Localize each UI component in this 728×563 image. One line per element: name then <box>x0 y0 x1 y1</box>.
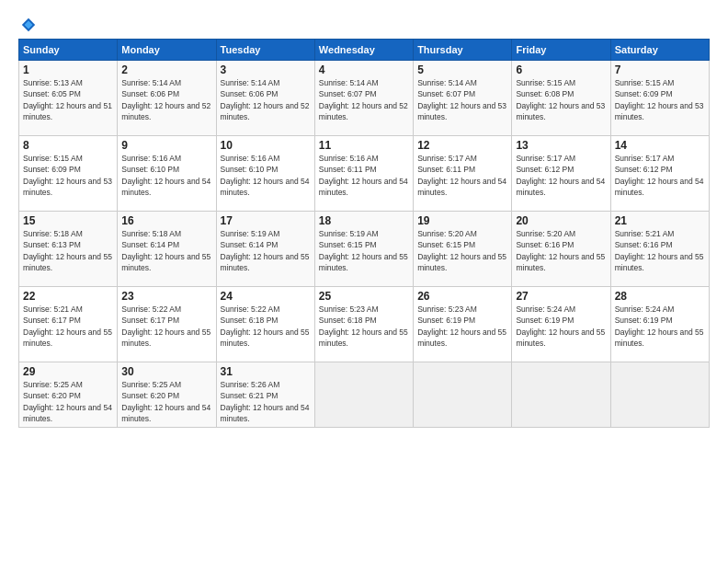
day-cell-6: 6 Sunrise: 5:15 AMSunset: 6:08 PMDayligh… <box>512 61 610 136</box>
day-detail: Sunrise: 5:16 AMSunset: 6:11 PMDaylight:… <box>319 153 409 198</box>
day-detail: Sunrise: 5:15 AMSunset: 6:08 PMDaylight:… <box>516 77 606 122</box>
day-number: 6 <box>516 63 606 76</box>
day-cell-17: 17 Sunrise: 5:19 AMSunset: 6:14 PMDaylig… <box>216 212 314 287</box>
day-cell-25: 25 Sunrise: 5:23 AMSunset: 6:18 PMDaylig… <box>314 287 413 362</box>
empty-cell <box>610 362 709 428</box>
day-number: 25 <box>319 290 409 303</box>
day-cell-3: 3 Sunrise: 5:14 AMSunset: 6:06 PMDayligh… <box>216 61 314 136</box>
day-detail: Sunrise: 5:17 AMSunset: 6:11 PMDaylight:… <box>417 153 507 198</box>
day-number: 17 <box>221 214 311 227</box>
day-detail: Sunrise: 5:14 AMSunset: 6:06 PMDaylight:… <box>121 77 211 122</box>
week-row-2: 8 Sunrise: 5:15 AMSunset: 6:09 PMDayligh… <box>19 136 710 212</box>
day-cell-23: 23 Sunrise: 5:22 AMSunset: 6:17 PMDaylig… <box>118 287 216 362</box>
day-cell-5: 5 Sunrise: 5:14 AMSunset: 6:07 PMDayligh… <box>414 61 512 136</box>
day-detail: Sunrise: 5:15 AMSunset: 6:09 PMDaylight:… <box>23 153 113 198</box>
week-row-1: 1 Sunrise: 5:13 AMSunset: 6:05 PMDayligh… <box>19 61 710 136</box>
day-number: 3 <box>221 63 311 76</box>
day-number: 12 <box>417 139 507 152</box>
day-number: 10 <box>221 139 311 152</box>
day-cell-7: 7 Sunrise: 5:15 AMSunset: 6:09 PMDayligh… <box>610 61 709 136</box>
day-cell-19: 19 Sunrise: 5:20 AMSunset: 6:15 PMDaylig… <box>414 212 512 287</box>
day-cell-29: 29 Sunrise: 5:25 AMSunset: 6:20 PMDaylig… <box>19 362 118 428</box>
day-detail: Sunrise: 5:24 AMSunset: 6:19 PMDaylight:… <box>615 304 705 349</box>
day-detail: Sunrise: 5:23 AMSunset: 6:18 PMDaylight:… <box>319 304 409 349</box>
day-header-thursday: Thursday <box>414 40 512 61</box>
day-number: 2 <box>121 63 211 76</box>
day-detail: Sunrise: 5:14 AMSunset: 6:07 PMDaylight:… <box>417 77 507 122</box>
empty-cell <box>314 362 413 428</box>
day-cell-13: 13 Sunrise: 5:17 AMSunset: 6:12 PMDaylig… <box>512 136 610 212</box>
day-cell-26: 26 Sunrise: 5:23 AMSunset: 6:19 PMDaylig… <box>414 287 512 362</box>
calendar-header: SundayMondayTuesdayWednesdayThursdayFrid… <box>19 40 710 61</box>
day-detail: Sunrise: 5:17 AMSunset: 6:12 PMDaylight:… <box>615 153 705 198</box>
day-number: 22 <box>23 290 113 303</box>
day-cell-31: 31 Sunrise: 5:26 AMSunset: 6:21 PMDaylig… <box>216 362 314 428</box>
day-cell-24: 24 Sunrise: 5:22 AMSunset: 6:18 PMDaylig… <box>216 287 314 362</box>
header <box>18 17 710 33</box>
logo-icon <box>20 17 37 33</box>
header-row: SundayMondayTuesdayWednesdayThursdayFrid… <box>19 40 710 61</box>
day-number: 21 <box>615 214 705 227</box>
day-cell-20: 20 Sunrise: 5:20 AMSunset: 6:16 PMDaylig… <box>512 212 610 287</box>
week-row-3: 15 Sunrise: 5:18 AMSunset: 6:13 PMDaylig… <box>19 212 710 287</box>
day-cell-10: 10 Sunrise: 5:16 AMSunset: 6:10 PMDaylig… <box>216 136 314 212</box>
day-detail: Sunrise: 5:21 AMSunset: 6:17 PMDaylight:… <box>23 304 113 349</box>
day-number: 13 <box>516 139 606 152</box>
day-detail: Sunrise: 5:19 AMSunset: 6:14 PMDaylight:… <box>221 228 311 273</box>
day-cell-9: 9 Sunrise: 5:16 AMSunset: 6:10 PMDayligh… <box>118 136 216 212</box>
day-detail: Sunrise: 5:25 AMSunset: 6:20 PMDaylight:… <box>23 379 113 424</box>
day-number: 1 <box>23 63 113 76</box>
day-detail: Sunrise: 5:18 AMSunset: 6:13 PMDaylight:… <box>23 228 113 273</box>
day-cell-4: 4 Sunrise: 5:14 AMSunset: 6:07 PMDayligh… <box>314 61 413 136</box>
calendar-body: 1 Sunrise: 5:13 AMSunset: 6:05 PMDayligh… <box>19 61 710 428</box>
day-number: 30 <box>121 365 211 378</box>
day-number: 28 <box>615 290 705 303</box>
day-header-saturday: Saturday <box>610 40 709 61</box>
day-detail: Sunrise: 5:17 AMSunset: 6:12 PMDaylight:… <box>516 153 606 198</box>
day-cell-8: 8 Sunrise: 5:15 AMSunset: 6:09 PMDayligh… <box>19 136 118 212</box>
day-number: 27 <box>516 290 606 303</box>
day-detail: Sunrise: 5:22 AMSunset: 6:17 PMDaylight:… <box>121 304 211 349</box>
day-cell-21: 21 Sunrise: 5:21 AMSunset: 6:16 PMDaylig… <box>610 212 709 287</box>
day-number: 8 <box>23 139 113 152</box>
day-detail: Sunrise: 5:20 AMSunset: 6:16 PMDaylight:… <box>516 228 606 273</box>
day-number: 31 <box>221 365 311 378</box>
day-detail: Sunrise: 5:13 AMSunset: 6:05 PMDaylight:… <box>23 77 113 122</box>
day-cell-27: 27 Sunrise: 5:24 AMSunset: 6:19 PMDaylig… <box>512 287 610 362</box>
day-detail: Sunrise: 5:15 AMSunset: 6:09 PMDaylight:… <box>615 77 705 122</box>
day-cell-14: 14 Sunrise: 5:17 AMSunset: 6:12 PMDaylig… <box>610 136 709 212</box>
day-header-wednesday: Wednesday <box>314 40 413 61</box>
calendar-table: SundayMondayTuesdayWednesdayThursdayFrid… <box>18 39 710 428</box>
day-detail: Sunrise: 5:21 AMSunset: 6:16 PMDaylight:… <box>615 228 705 273</box>
day-number: 5 <box>417 63 507 76</box>
empty-cell <box>512 362 610 428</box>
day-number: 24 <box>221 290 311 303</box>
day-number: 18 <box>319 214 409 227</box>
page: SundayMondayTuesdayWednesdayThursdayFrid… <box>0 0 728 563</box>
day-detail: Sunrise: 5:14 AMSunset: 6:07 PMDaylight:… <box>319 77 409 122</box>
logo <box>18 17 37 33</box>
day-detail: Sunrise: 5:26 AMSunset: 6:21 PMDaylight:… <box>221 379 311 424</box>
day-cell-2: 2 Sunrise: 5:14 AMSunset: 6:06 PMDayligh… <box>118 61 216 136</box>
day-cell-30: 30 Sunrise: 5:25 AMSunset: 6:20 PMDaylig… <box>118 362 216 428</box>
day-detail: Sunrise: 5:16 AMSunset: 6:10 PMDaylight:… <box>221 153 311 198</box>
day-header-friday: Friday <box>512 40 610 61</box>
day-cell-15: 15 Sunrise: 5:18 AMSunset: 6:13 PMDaylig… <box>19 212 118 287</box>
day-number: 15 <box>23 214 113 227</box>
day-cell-18: 18 Sunrise: 5:19 AMSunset: 6:15 PMDaylig… <box>314 212 413 287</box>
day-detail: Sunrise: 5:14 AMSunset: 6:06 PMDaylight:… <box>221 77 311 122</box>
day-cell-22: 22 Sunrise: 5:21 AMSunset: 6:17 PMDaylig… <box>19 287 118 362</box>
day-header-tuesday: Tuesday <box>216 40 314 61</box>
day-detail: Sunrise: 5:23 AMSunset: 6:19 PMDaylight:… <box>417 304 507 349</box>
day-header-sunday: Sunday <box>19 40 118 61</box>
day-number: 16 <box>121 214 211 227</box>
day-header-monday: Monday <box>118 40 216 61</box>
day-detail: Sunrise: 5:25 AMSunset: 6:20 PMDaylight:… <box>121 379 211 424</box>
day-cell-28: 28 Sunrise: 5:24 AMSunset: 6:19 PMDaylig… <box>610 287 709 362</box>
day-detail: Sunrise: 5:18 AMSunset: 6:14 PMDaylight:… <box>121 228 211 273</box>
week-row-4: 22 Sunrise: 5:21 AMSunset: 6:17 PMDaylig… <box>19 287 710 362</box>
day-cell-12: 12 Sunrise: 5:17 AMSunset: 6:11 PMDaylig… <box>414 136 512 212</box>
day-cell-11: 11 Sunrise: 5:16 AMSunset: 6:11 PMDaylig… <box>314 136 413 212</box>
day-number: 19 <box>417 214 507 227</box>
day-number: 29 <box>23 365 113 378</box>
